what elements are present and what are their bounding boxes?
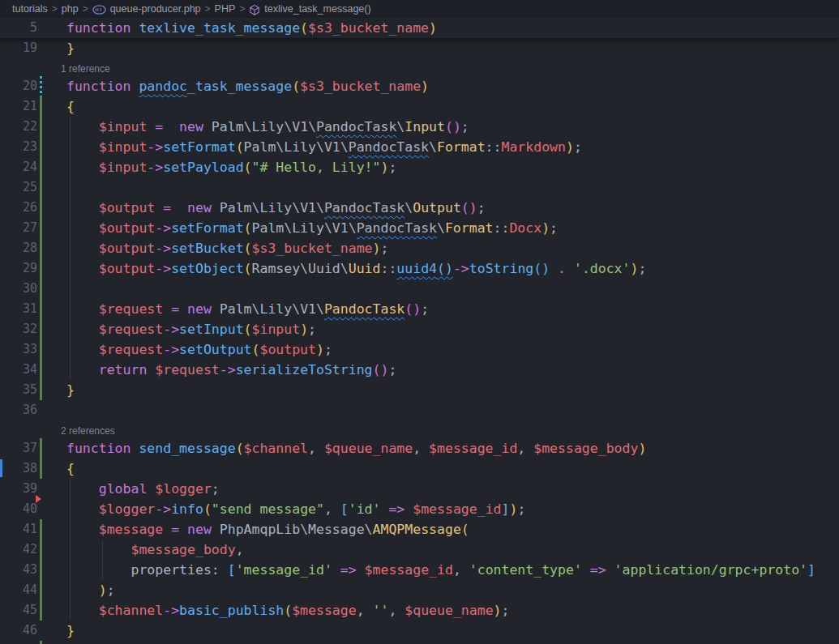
line-number[interactable]: 41 [0,519,37,540]
line-number[interactable]: 32 [0,319,37,339]
code-line[interactable]: 23 $input->setFormat(Palm\Lily\V1\Pandoc… [0,137,839,157]
breadcrumb-item-queue-producer-php[interactable]: queue-producer.php [110,3,201,15]
code-text: $output->setFormat(Palm\Lily\V1\PandocTa… [66,218,558,238]
line-number[interactable]: 37 [0,438,37,458]
line-number[interactable]: 33 [0,339,37,360]
code-line[interactable]: 34 return $request->serializeToString(); [0,360,839,380]
code-line[interactable]: 41 $message = new PhpAmqpLib\Message\AMQ… [0,519,839,540]
breadcrumb-item-texlive-task-message-[interactable]: texlive_task_message() [264,3,370,15]
line-number[interactable]: 29 [0,258,37,279]
breadcrumb-item-php[interactable]: php [62,3,79,15]
line-number[interactable]: 26 [0,198,37,218]
line-number[interactable]: 19 [0,38,37,58]
line-number[interactable]: 44 [0,580,37,600]
line-number[interactable]: 5 [0,18,37,38]
code-line[interactable]: 46} [0,621,839,641]
gutter-arrow-icon [36,495,41,503]
line-number[interactable]: 31 [0,299,37,319]
code-line[interactable]: 19} [0,38,839,58]
code-line[interactable]: 38{ [0,458,839,479]
code-token [212,522,220,537]
code-line[interactable]: 27 $output->setFormat(Palm\Lily\V1\Pando… [0,218,839,238]
code-token: $input [99,119,148,134]
code-token: 'id' [349,501,381,517]
gutter-added-marker [40,299,42,319]
code-token: PandocTask [324,200,405,215]
line-number[interactable]: 20 [0,76,37,96]
gutter-added-marker [40,580,42,600]
code-token: ) [421,79,429,94]
code-token [66,362,99,377]
line-number[interactable]: 45 [0,600,37,621]
code-line[interactable]: 21{ [0,96,839,117]
code-line[interactable]: 32 $request->setInput($input); [0,319,839,339]
code-line[interactable]: 45 $channel->basic_publish($message, '',… [0,600,839,621]
gutter-added-marker [40,198,42,218]
code-line[interactable]: 44 ); [0,580,839,600]
code-line[interactable]: 20function pandoc_task_message($s3_bucke… [0,76,839,96]
line-number[interactable]: 21 [0,96,37,117]
codelens-references[interactable]: 1 reference [61,60,110,78]
line-number[interactable]: 39 [0,479,37,499]
line-number[interactable]: 38 [0,458,37,479]
line-number[interactable]: 46 [0,621,37,641]
line-number[interactable]: 35 [0,380,37,400]
code-line[interactable]: 43 properties: ['message_id' => $message… [0,560,839,580]
line-number[interactable]: 28 [0,238,37,258]
line-number[interactable]: 30 [0,279,37,299]
line-number[interactable]: 27 [0,218,37,238]
code-token: ) [373,241,381,256]
code-token: setOutput [179,342,251,357]
code-text: { [66,96,75,117]
code-token: => [340,562,357,578]
code-token [66,160,99,175]
code-token: ( [244,322,252,337]
line-number[interactable]: 43 [0,560,37,580]
code-line[interactable]: 33 $request->setOutput($output); [0,339,839,360]
code-text: } [66,380,75,400]
code-line[interactable]: 40 $logger->info("send message", ['id' =… [0,499,839,519]
code-line[interactable]: 37function send_message($channel, $queue… [0,438,839,458]
code-line[interactable]: 36 [0,400,839,420]
line-number[interactable]: 36 [0,400,37,420]
code-line[interactable]: 26 $output = new Palm\Lily\V1\PandocTask… [0,198,839,218]
code-token: $channel [99,603,163,618]
breadcrumb-item-tutorials[interactable]: tutorials [12,3,48,15]
code-token: $input [99,139,148,155]
line-number[interactable]: 42 [0,540,37,560]
code-token: ( [252,342,260,357]
code-line[interactable]: 5function texlive_task_message($s3_bucke… [0,18,839,38]
code-token: => [590,562,606,578]
code-line[interactable]: 29 $output->setObject(Ramsey\Uuid\Uuid::… [0,258,839,279]
code-token: $message_id [429,441,517,456]
code-token: 'message_id' [236,562,332,578]
line-number[interactable]: 25 [0,177,37,198]
code-line[interactable]: 28 $output->setBucket($s3_bucket_name); [0,238,839,258]
code-token: serializeToString [236,362,373,377]
code-token: $output [99,241,156,256]
sticky-scroll-header[interactable]: 5function texlive_task_message($s3_bucke… [0,18,839,38]
code-area[interactable]: 19}1 reference20function pandoc_task_mes… [0,38,839,644]
code-line[interactable]: 25 [0,177,839,198]
code-line[interactable]: 24 $input->setPayload("# Hello, Lily!"); [0,157,839,177]
line-number[interactable]: 22 [0,117,37,137]
codelens-references[interactable]: 2 references [61,422,115,440]
line-number[interactable]: 24 [0,157,37,177]
code-line[interactable]: 30 [0,279,839,299]
code-line[interactable] [0,641,839,644]
code-token: ( [244,220,252,236]
code-token: _task_message [187,79,292,94]
code-token: setFormat [171,220,243,236]
code-line[interactable]: 39 global $logger; [0,479,839,499]
code-line[interactable]: 35} [0,380,839,400]
breadcrumb-item-php[interactable]: PHP [215,3,236,15]
line-number[interactable]: 40 [0,499,37,519]
code-token: Palm\Lily\V1\ [220,301,324,317]
code-token: pandoc [139,79,187,94]
code-token: = [171,522,179,537]
line-number[interactable]: 23 [0,137,37,157]
code-line[interactable]: 22 $input = new Palm\Lily\V1\PandocTask\… [0,117,839,137]
code-line[interactable]: 31 $request = new Palm\Lily\V1\PandocTas… [0,299,839,319]
code-line[interactable]: 42 $message_body, [0,540,839,560]
line-number[interactable]: 34 [0,360,37,380]
